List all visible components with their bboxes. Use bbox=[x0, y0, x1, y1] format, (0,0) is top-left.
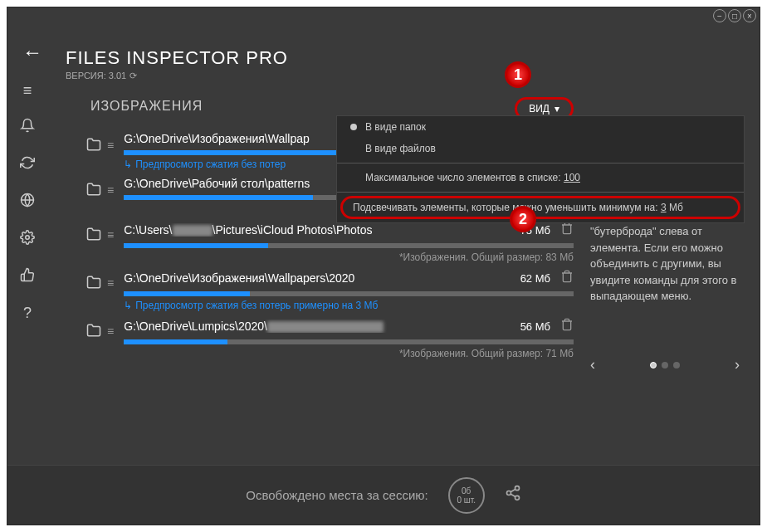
maximize-button[interactable]: □ bbox=[728, 9, 741, 22]
gear-icon[interactable] bbox=[20, 230, 35, 249]
dropdown-max-items[interactable]: Максимальное число элементов в списке: 1… bbox=[337, 167, 744, 188]
close-button[interactable]: × bbox=[743, 9, 756, 22]
folder-icon bbox=[85, 323, 102, 342]
folder-size: 56 Мб bbox=[520, 320, 550, 333]
minimize-button[interactable]: − bbox=[713, 9, 726, 22]
drag-handle-icon[interactable]: ≡ bbox=[107, 183, 114, 197]
pager-dot[interactable] bbox=[662, 362, 668, 368]
trash-icon[interactable] bbox=[560, 318, 574, 334]
progress-bar bbox=[124, 243, 574, 248]
app-version: ВЕРСИЯ: 3.01⟳ bbox=[66, 71, 137, 81]
separator bbox=[337, 192, 744, 193]
pager-dot[interactable] bbox=[673, 362, 680, 368]
chevron-down-icon: ▾ bbox=[554, 103, 559, 115]
annotation-callout-2: 2 bbox=[510, 206, 536, 232]
radio-icon bbox=[350, 124, 357, 130]
svg-point-2 bbox=[515, 486, 519, 491]
progress-bar bbox=[124, 339, 574, 344]
pager-dot[interactable] bbox=[650, 362, 657, 368]
refresh-icon[interactable]: ⟳ bbox=[129, 71, 137, 81]
folder-icon bbox=[85, 275, 102, 294]
thumbs-up-icon[interactable] bbox=[20, 267, 35, 286]
view-dropdown-menu: В виде папок В виде файлов Максимальное … bbox=[336, 115, 745, 223]
svg-point-4 bbox=[515, 495, 519, 500]
separator bbox=[337, 163, 744, 164]
compression-hint[interactable]: ↳Предпросмотр сжатия без потерь примерно… bbox=[124, 300, 574, 311]
folder-path: G:\OneDrive\Изображения\Wallpapers\2020 bbox=[124, 271, 513, 285]
help-pager: ‹ › bbox=[590, 356, 740, 373]
svg-line-6 bbox=[511, 489, 515, 491]
folder-row[interactable]: ≡ G:\OneDrive\Lumpics\2020\ 56 Мб *Изобр… bbox=[85, 318, 574, 359]
drag-handle-icon[interactable]: ≡ bbox=[107, 228, 114, 242]
help-text: "бутерброда" слева от элемента. Если его… bbox=[590, 223, 740, 305]
dropdown-highlight-option[interactable]: Подсвечивать элементы, которые можно уме… bbox=[340, 196, 740, 219]
help-icon[interactable]: ? bbox=[23, 305, 32, 322]
footer-stats: 0б 0 шт. bbox=[448, 477, 485, 514]
section-title: ИЗОБРАЖЕНИЯ bbox=[90, 99, 203, 114]
svg-line-5 bbox=[511, 494, 515, 496]
globe-icon[interactable] bbox=[20, 193, 35, 212]
dropdown-option-folders[interactable]: В виде папок bbox=[337, 116, 744, 138]
folder-subinfo: *Изображения. Общий размер: 83 Мб bbox=[124, 251, 574, 263]
svg-point-3 bbox=[506, 491, 511, 495]
bell-icon[interactable] bbox=[20, 118, 35, 137]
pager-prev[interactable]: ‹ bbox=[590, 356, 595, 373]
app-title: FILES INSPECTOR PRO bbox=[66, 47, 288, 69]
pager-next[interactable]: › bbox=[735, 356, 740, 373]
folder-icon bbox=[85, 182, 102, 201]
footer-label: Освобождено места за сессию: bbox=[246, 488, 427, 502]
folder-path: G:\OneDrive\Lumpics\2020\ bbox=[124, 320, 513, 333]
annotation-callout-1: 1 bbox=[505, 61, 531, 88]
drag-handle-icon[interactable]: ≡ bbox=[107, 139, 114, 152]
progress-bar bbox=[124, 291, 574, 296]
dropdown-option-files[interactable]: В виде файлов bbox=[337, 138, 744, 159]
drag-handle-icon[interactable]: ≡ bbox=[107, 325, 114, 338]
share-icon[interactable] bbox=[505, 485, 521, 505]
sync-icon[interactable] bbox=[20, 155, 35, 174]
folder-subinfo: *Изображения. Общий размер: 71 Мб bbox=[124, 348, 574, 359]
menu-icon[interactable]: ≡ bbox=[23, 82, 32, 100]
radio-icon bbox=[350, 145, 357, 152]
trash-icon[interactable] bbox=[560, 270, 574, 286]
trash-icon[interactable] bbox=[560, 222, 574, 238]
folder-icon bbox=[85, 137, 102, 156]
svg-point-1 bbox=[26, 236, 30, 240]
drag-handle-icon[interactable]: ≡ bbox=[107, 276, 114, 290]
folder-icon bbox=[85, 227, 102, 246]
back-button[interactable]: ← bbox=[22, 41, 42, 64]
folder-size: 62 Мб bbox=[520, 272, 550, 285]
folder-path: C:\Users\\Pictures\iCloud Photos\Photos bbox=[124, 223, 513, 237]
folder-row[interactable]: ≡ G:\OneDrive\Изображения\Wallpapers\202… bbox=[85, 270, 574, 311]
folder-row[interactable]: ≡ C:\Users\\Pictures\iCloud Photos\Photo… bbox=[85, 222, 574, 263]
